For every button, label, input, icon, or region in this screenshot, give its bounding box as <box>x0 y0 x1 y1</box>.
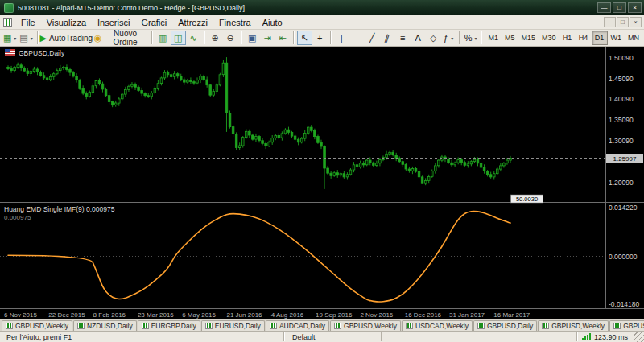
fibonacci-button[interactable]: ≡ <box>395 31 411 45</box>
toolbar-separator <box>293 31 295 44</box>
fibonacci-icon: ≡ <box>400 34 405 43</box>
menu-file[interactable]: File <box>15 17 41 28</box>
objects-button[interactable]: ◇ <box>426 31 441 45</box>
connection-status[interactable]: 123.90 ms <box>577 333 633 341</box>
auto-scroll-icon: ⇥ <box>264 34 271 43</box>
chart-shift-button[interactable]: ⇤ <box>275 31 291 45</box>
svg-text:22 Dec 2015: 22 Dec 2015 <box>48 311 85 319</box>
chart-background <box>0 47 644 319</box>
zoom-out-icon: ⊖ <box>227 34 234 43</box>
menu-bar: FileVisualizzaInserisciGraficiAttrezziFi… <box>0 15 644 30</box>
child-minimize-button[interactable]: — <box>604 17 616 27</box>
zoom-in-icon: ⊕ <box>212 34 219 43</box>
tile-windows-button[interactable]: ▣ <box>245 31 260 45</box>
chart-tab-9[interactable]: GBPUSD,Weekly <box>538 320 609 331</box>
text-button[interactable]: A <box>411 31 426 45</box>
bar-chart-icon: ▥ <box>159 34 167 43</box>
vertical-line-button[interactable]: | <box>334 31 349 45</box>
horizontal-line-icon: — <box>353 34 361 43</box>
channel-button[interactable]: ∥ <box>380 31 395 45</box>
vertical-line-icon: | <box>341 34 343 43</box>
autotrading-icon: ▶ <box>39 34 46 43</box>
zoom-in-button[interactable]: ⊕ <box>208 31 223 45</box>
profiles-button[interactable]: ▤▾ <box>18 31 34 45</box>
indicators-button[interactable]: ƒ▾ <box>441 31 456 45</box>
chart-tab-5[interactable]: AUDCAD,Daily <box>266 320 329 331</box>
svg-text:4 Aug 2016: 4 Aug 2016 <box>271 311 304 319</box>
minimize-button[interactable]: — <box>597 2 611 13</box>
autotrading-button[interactable]: ▶AutoTrading <box>41 31 92 45</box>
chart-tab-icon <box>613 323 621 329</box>
status-separator <box>381 332 382 341</box>
timeframe-w1-button[interactable]: W1 <box>608 31 625 45</box>
menu-inserisci[interactable]: Inserisci <box>92 17 135 28</box>
chart-area[interactable]: 1.259971.500901.450901.400901.350901.300… <box>0 47 644 319</box>
child-restore-button[interactable]: □ <box>617 17 629 27</box>
chart-tab-label: GBPUSD,Daily <box>487 322 533 330</box>
timeframe-m15-button[interactable]: M15 <box>518 31 539 45</box>
line-chart-icon: ∿ <box>190 34 197 43</box>
new-chart-button[interactable]: ▦▾ <box>2 31 18 45</box>
svg-text:-0.014180: -0.014180 <box>609 300 640 308</box>
timeframe-m30-button[interactable]: M30 <box>539 31 559 45</box>
menu-aiuto[interactable]: Aiuto <box>257 17 288 28</box>
timeframe-h1-button[interactable]: H1 <box>559 31 576 45</box>
timeframe-d1-button[interactable]: D1 <box>592 31 608 45</box>
chart-tab-8[interactable]: GBPUSD,Daily <box>473 320 537 331</box>
dropdown-arrow-icon: ▾ <box>451 35 453 41</box>
signal-bars-icon <box>582 333 591 340</box>
toolbar-separator <box>37 31 39 44</box>
timeframe-mn-button[interactable]: MN <box>625 31 642 45</box>
chart-tab-1[interactable]: GBPUSD,Weekly <box>2 320 72 331</box>
status-bar: Per l'Aiuto, premi F1 Default 123.90 ms <box>0 332 644 342</box>
timeframe-m5-button[interactable]: M5 <box>502 31 518 45</box>
resize-grip[interactable] <box>634 332 644 342</box>
svg-text:19 Sep 2016: 19 Sep 2016 <box>316 311 353 319</box>
menu-visualizza[interactable]: Visualizza <box>41 17 92 28</box>
toolbar-separator <box>459 31 460 44</box>
chart-tab-icon <box>334 323 341 329</box>
price-chart[interactable]: 1.259971.500901.450901.400901.350901.300… <box>0 47 644 319</box>
close-button[interactable]: × <box>628 2 642 13</box>
candles-button[interactable]: ◫ <box>171 31 186 45</box>
timeframe-m1-button[interactable]: M1 <box>485 31 502 45</box>
one-click-trading-icon[interactable] <box>5 49 15 56</box>
horizontal-line-button[interactable]: — <box>349 31 365 45</box>
chart-tab-2[interactable]: NZDUSD,Daily <box>73 320 137 331</box>
chart-tab-icon <box>270 323 277 329</box>
child-close-button[interactable]: × <box>630 17 642 27</box>
trendline-button[interactable]: ╱ <box>365 31 380 45</box>
chart-tab-icon <box>77 323 85 329</box>
chart-tab-icon <box>6 323 13 329</box>
chart-tab-label: NZDUSD,Daily <box>87 322 133 330</box>
chart-tab-4[interactable]: EURUSD,Daily <box>201 320 265 331</box>
line-chart-button[interactable]: ∿ <box>186 31 201 45</box>
zoom-percent-button[interactable]: %▾ <box>463 31 479 45</box>
chart-tab-icon <box>205 323 213 329</box>
status-profile[interactable]: Default <box>284 333 381 341</box>
menu-grafici[interactable]: Grafici <box>135 17 172 28</box>
zoom-out-button[interactable]: ⊖ <box>223 31 238 45</box>
cursor-button[interactable]: ↖ <box>297 31 312 45</box>
crosshair-button[interactable]: + <box>312 31 328 45</box>
menu-finestra[interactable]: Finestra <box>213 17 257 28</box>
timeframe-h4-button[interactable]: H4 <box>576 31 592 45</box>
chart-tab-icon <box>542 323 549 329</box>
svg-text:1.40090: 1.40090 <box>609 95 634 103</box>
new-order-button[interactable]: ◉Nuovo Ordine <box>92 31 149 45</box>
dropdown-arrow-icon: ▾ <box>31 35 33 41</box>
bars-button[interactable]: ▥ <box>155 31 171 45</box>
svg-text:8 Feb 2016: 8 Feb 2016 <box>93 311 126 319</box>
chart-object-label[interactable]: 50.0030 <box>511 195 543 203</box>
auto-scroll-button[interactable]: ⇥ <box>260 31 275 45</box>
chart-tab-7[interactable]: USDCAD,Weekly <box>402 320 473 331</box>
restore-button[interactable]: □ <box>613 2 626 13</box>
chart-tab-3[interactable]: EURGBP,Daily <box>138 320 200 331</box>
dropdown-arrow-icon: ▾ <box>474 35 477 41</box>
chart-tab-10[interactable]: GBPUSD,Daily <box>609 320 644 331</box>
menu-attrezzi[interactable]: Attrezzi <box>172 17 213 28</box>
chart-tab-6[interactable]: GBPUSD,Weekly <box>330 320 401 331</box>
svg-text:1.20090: 1.20090 <box>609 179 634 187</box>
chart-tab-label: GBPUSD,Weekly <box>551 322 605 330</box>
crosshair-icon: + <box>317 34 322 43</box>
